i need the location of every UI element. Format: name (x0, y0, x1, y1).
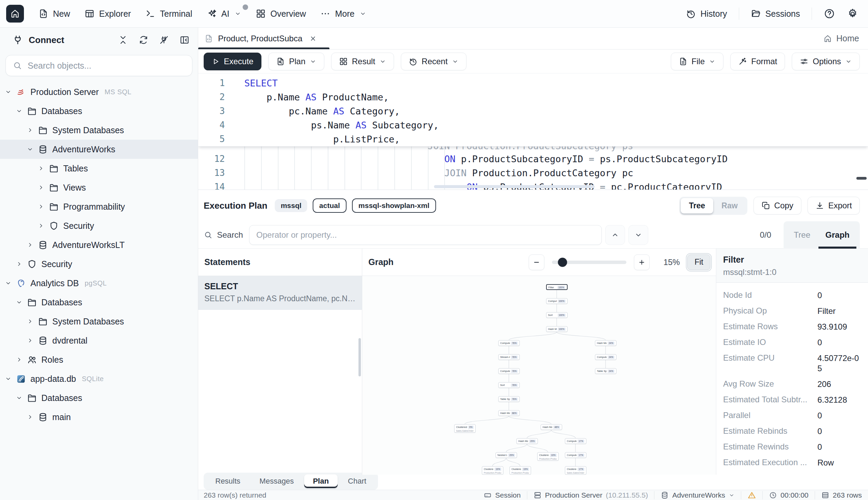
chevron-right-icon[interactable] (37, 184, 44, 191)
nav-terminal[interactable]: Terminal (145, 9, 192, 19)
chevron-down-icon[interactable] (5, 375, 12, 382)
plan-node-hash-match[interactable]: Hash Match24% (595, 340, 616, 346)
sql-editor[interactable]: 1SELECT2 p.Name AS ProductName,3 pc.Name… (198, 73, 868, 190)
segment-raw[interactable]: Raw (713, 198, 746, 214)
plan-button[interactable]: Plan (268, 53, 324, 70)
zoom-slider[interactable] (552, 261, 626, 264)
nav-ai[interactable]: AI (207, 9, 242, 19)
result-tab-results[interactable]: Results (207, 474, 249, 488)
close-icon[interactable] (309, 35, 317, 42)
plan-node-table-spool[interactable]: Table Spool24% (595, 368, 616, 374)
chevron-down-icon[interactable] (5, 89, 12, 95)
plan-search-input[interactable] (249, 225, 602, 245)
plan-node-compute-scalar[interactable]: Compute Scalar76% (498, 340, 520, 346)
tree-item-tables[interactable]: Tables (0, 159, 198, 178)
warning-icon[interactable] (747, 491, 756, 500)
plan-node-clustered-index-scan[interactable]: Clustered Index Scan19%Production.Produc… (537, 452, 559, 461)
editor-vertical-scrollbar[interactable] (856, 177, 867, 180)
chevron-right-icon[interactable] (37, 222, 44, 229)
plan-node-sort[interactable]: Sort76% (498, 382, 520, 388)
plan-node-hash-match[interactable]: Hash Match29% (516, 438, 538, 444)
tree-item-dvdrental[interactable]: dvdrental (0, 331, 198, 350)
file-button[interactable]: File (671, 53, 724, 70)
sessions-button[interactable]: Sessions (751, 9, 800, 19)
statement-item[interactable]: SELECTSELECT p.Name AS ProductName, pc.N… (198, 276, 362, 310)
plan-node-clustered-index-scan[interactable]: Clustered Index Scan19%Production.Produc… (482, 466, 503, 475)
plan-node-clustered-index-scan[interactable]: Clustered Index Scan17%Sales.SalesOrderD… (565, 466, 587, 475)
chevron-down-icon[interactable] (16, 395, 23, 401)
plan-node-hash-match[interactable]: Hash Match100% (546, 326, 568, 332)
zoom-slider-knob[interactable] (558, 258, 567, 267)
collapse-all-icon[interactable] (118, 35, 128, 45)
chevron-right-icon[interactable] (16, 261, 23, 268)
plan-node-hash-match[interactable]: Hash Match48% (541, 424, 562, 430)
tree-item-security[interactable]: Security (0, 216, 198, 235)
gear-icon[interactable] (847, 8, 858, 20)
next-match-button[interactable] (628, 225, 648, 245)
zoom-in-button[interactable] (634, 254, 650, 270)
options-button[interactable]: Options (792, 53, 860, 70)
status-server[interactable]: Production Server(10.211.55.5) (533, 491, 648, 499)
plan-node-compute-scalar[interactable]: Compute Scalar100% (546, 298, 568, 304)
execute-button[interactable]: Execute (204, 53, 261, 70)
nav-more[interactable]: More (320, 9, 366, 19)
chevron-down-icon[interactable] (27, 146, 33, 153)
plan-node-table-spool[interactable]: Table Spool76% (498, 396, 520, 402)
chevron-down-icon[interactable] (16, 299, 23, 306)
recent-button[interactable]: Recent (401, 53, 466, 70)
collapse-panel-icon[interactable] (179, 35, 190, 45)
fit-button[interactable]: Fit (687, 254, 711, 270)
nav-explorer[interactable]: Explorer (85, 9, 131, 19)
chevron-down-icon[interactable] (5, 280, 12, 286)
chevron-right-icon[interactable] (27, 337, 33, 344)
refresh-icon[interactable] (138, 35, 149, 45)
search-input[interactable] (27, 60, 185, 71)
plan-node-compute-scalar[interactable]: Compute Scalar76% (498, 368, 520, 374)
plan-node-clustered-index-scan[interactable]: Clustered Index Scan9%Sales.SalesOrderHe… (454, 424, 476, 433)
status-session[interactable]: Session (483, 491, 521, 499)
view-tab-graph[interactable]: Graph (819, 221, 856, 249)
chevron-right-icon[interactable] (16, 356, 23, 363)
tree-item-system-databases[interactable]: System Databases (0, 121, 198, 140)
result-button[interactable]: Result (331, 53, 394, 70)
plan-node-compute-scalar[interactable]: Compute Scalar17% (565, 438, 587, 444)
plan-graph-canvas[interactable]: Filter100%Compute Scalar100%Sort100%Hash… (362, 276, 716, 475)
tree-item-adventureworks[interactable]: AdventureWorks (0, 140, 198, 159)
tree-item-app-data-db[interactable]: app-data.dbSQLite (0, 369, 198, 388)
plan-node-sort[interactable]: Sort100% (546, 312, 568, 318)
home-link[interactable]: Home (814, 28, 868, 49)
chevron-right-icon[interactable] (27, 318, 33, 325)
format-button[interactable]: Format (730, 53, 785, 70)
result-tab-messages[interactable]: Messages (251, 474, 302, 488)
tree-item-databases[interactable]: Databases (0, 293, 198, 312)
nav-new[interactable]: New (38, 9, 70, 19)
segment-tree[interactable]: Tree (681, 198, 713, 214)
tree-item-adventureworkslt[interactable]: AdventureWorksLT (0, 235, 198, 254)
statements-scrollbar[interactable] (358, 338, 361, 376)
tree-item-databases[interactable]: Databases (0, 101, 198, 121)
editor-horizontal-scrollbar[interactable] (434, 185, 594, 188)
chevron-right-icon[interactable] (27, 241, 33, 248)
plan-node-hash-match[interactable]: Hash Match66% (498, 410, 520, 416)
view-tab-tree[interactable]: Tree (787, 221, 817, 249)
tree-item-analytics-db[interactable]: Analytics DBpgSQL (0, 274, 198, 293)
result-tab-plan[interactable]: Plan (304, 474, 338, 488)
disconnect-icon[interactable] (159, 35, 169, 45)
tree-item-system-databases[interactable]: System Databases (0, 312, 198, 331)
nav-overview[interactable]: Overview (256, 9, 306, 19)
history-button[interactable]: History (686, 9, 727, 19)
tab-product-productsubca[interactable]: Product, ProductSubca (198, 28, 330, 49)
chevron-right-icon[interactable] (27, 413, 33, 420)
result-tab-chart[interactable]: Chart (339, 474, 375, 488)
tree-item-main[interactable]: main (0, 407, 198, 427)
chevron-right-icon[interactable] (37, 203, 44, 210)
chevron-right-icon[interactable] (27, 127, 33, 134)
home-button[interactable] (6, 5, 24, 23)
chevron-right-icon[interactable] (37, 165, 44, 172)
export-button[interactable]: Export (808, 197, 860, 215)
chevron-down-icon[interactable] (16, 107, 23, 114)
tree-item-production-server[interactable]: Production ServerMS SQL (0, 82, 198, 101)
copy-button[interactable]: Copy (754, 197, 801, 215)
plan-node-compute-scalar[interactable]: Compute Scalar17% (565, 452, 587, 458)
tree-item-security[interactable]: Security (0, 254, 198, 274)
